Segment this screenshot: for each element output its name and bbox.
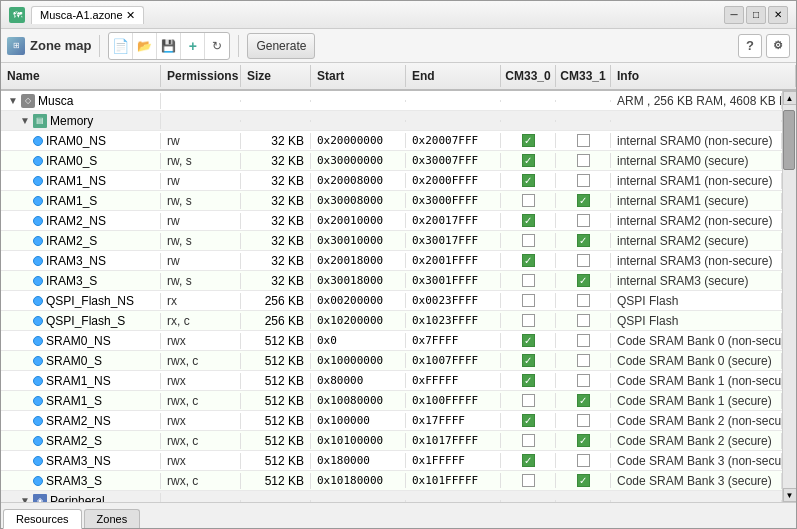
cm0-checkbox[interactable] (522, 434, 535, 447)
table-row[interactable]: IRAM1_S rw, s 32 KB 0x30008000 0x3000FFF… (1, 191, 782, 211)
row-cm0[interactable] (501, 353, 556, 368)
cm0-checkbox[interactable] (522, 274, 535, 287)
cm1-checkbox[interactable] (577, 334, 590, 347)
row-cm0[interactable] (501, 253, 556, 268)
help-button[interactable]: ? (738, 34, 762, 58)
table-row[interactable]: SRAM3_NS rwx 512 KB 0x180000 0x1FFFFF Co… (1, 451, 782, 471)
row-cm1[interactable] (556, 473, 611, 488)
cm1-checkbox[interactable] (577, 134, 590, 147)
cm0-checkbox[interactable] (522, 154, 535, 167)
row-cm0[interactable] (501, 433, 556, 448)
row-cm1[interactable] (556, 253, 611, 268)
minimize-button[interactable]: ─ (724, 6, 744, 24)
cm1-checkbox[interactable] (577, 194, 590, 207)
row-cm0[interactable] (501, 313, 556, 328)
row-cm1[interactable] (556, 153, 611, 168)
cm1-checkbox[interactable] (577, 274, 590, 287)
table-row[interactable]: SRAM0_NS rwx 512 KB 0x0 0x7FFFF Code SRA… (1, 331, 782, 351)
cm0-checkbox[interactable] (522, 374, 535, 387)
table-row[interactable]: SRAM1_NS rwx 512 KB 0x80000 0xFFFFF Code… (1, 371, 782, 391)
tab-resources[interactable]: Resources (3, 509, 82, 529)
toolbar-save-icon[interactable]: 💾 (157, 33, 181, 59)
row-cm1[interactable] (556, 313, 611, 328)
row-cm0[interactable] (501, 273, 556, 288)
table-row[interactable]: IRAM3_S rw, s 32 KB 0x30018000 0x3001FFF… (1, 271, 782, 291)
row-cm0[interactable] (501, 413, 556, 428)
settings-button[interactable]: ⚙ (766, 34, 790, 58)
row-cm1[interactable] (556, 333, 611, 348)
close-button[interactable]: ✕ (768, 6, 788, 24)
cm1-checkbox[interactable] (577, 434, 590, 447)
scroll-thumb[interactable] (783, 110, 795, 170)
row-cm0[interactable] (501, 153, 556, 168)
cm1-checkbox[interactable] (577, 234, 590, 247)
cm1-checkbox[interactable] (577, 394, 590, 407)
title-tab[interactable]: Musca-A1.azone ✕ (31, 6, 144, 24)
row-cm1[interactable] (556, 173, 611, 188)
row-cm0[interactable] (501, 393, 556, 408)
scroll-up-button[interactable]: ▲ (783, 91, 797, 105)
toolbar-refresh-icon[interactable]: ↻ (205, 33, 229, 59)
cm0-checkbox[interactable] (522, 354, 535, 367)
row-cm0[interactable] (501, 173, 556, 188)
row-cm0[interactable] (501, 133, 556, 148)
cm1-checkbox[interactable] (577, 314, 590, 327)
row-cm0[interactable] (501, 293, 556, 308)
cm1-checkbox[interactable] (577, 474, 590, 487)
table-row[interactable]: IRAM0_S rw, s 32 KB 0x30000000 0x30007FF… (1, 151, 782, 171)
cm1-checkbox[interactable] (577, 414, 590, 427)
cm0-checkbox[interactable] (522, 294, 535, 307)
cm1-checkbox[interactable] (577, 174, 590, 187)
cm0-checkbox[interactable] (522, 314, 535, 327)
cm0-checkbox[interactable] (522, 134, 535, 147)
toolbar-add-icon[interactable]: + (181, 33, 205, 59)
cm0-checkbox[interactable] (522, 234, 535, 247)
row-cm1[interactable] (556, 193, 611, 208)
row-cm1[interactable] (556, 393, 611, 408)
row-cm1[interactable] (556, 433, 611, 448)
table-row[interactable]: ▼ ◇ Musca ARM , 256 KB RAM, 4608 KB R (1, 91, 782, 111)
generate-button[interactable]: Generate (247, 33, 315, 59)
table-row[interactable]: SRAM2_S rwx, c 512 KB 0x10100000 0x1017F… (1, 431, 782, 451)
cm0-checkbox[interactable] (522, 174, 535, 187)
row-cm1[interactable] (556, 213, 611, 228)
cm1-checkbox[interactable] (577, 294, 590, 307)
toggle-musca[interactable]: ▼ (7, 95, 19, 107)
scrollbar[interactable]: ▲ ▼ (782, 91, 796, 502)
cm1-checkbox[interactable] (577, 374, 590, 387)
row-cm0[interactable] (501, 333, 556, 348)
row-cm1[interactable] (556, 373, 611, 388)
cm0-checkbox[interactable] (522, 474, 535, 487)
toolbar-new-icon[interactable]: 📄 (109, 33, 133, 59)
table-row[interactable]: SRAM1_S rwx, c 512 KB 0x10080000 0x100FF… (1, 391, 782, 411)
table-row[interactable]: QSPI_Flash_NS rx 256 KB 0x00200000 0x002… (1, 291, 782, 311)
table-row[interactable]: IRAM1_NS rw 32 KB 0x20008000 0x2000FFFF … (1, 171, 782, 191)
table-row[interactable]: SRAM3_S rwx, c 512 KB 0x10180000 0x101FF… (1, 471, 782, 491)
table-row[interactable]: IRAM0_NS rw 32 KB 0x20000000 0x20007FFF … (1, 131, 782, 151)
peripheral-group-row[interactable]: ▼ ◈ Peripheral (1, 491, 782, 502)
row-cm1[interactable] (556, 233, 611, 248)
cm1-checkbox[interactable] (577, 354, 590, 367)
row-cm1[interactable] (556, 293, 611, 308)
table-row[interactable]: SRAM2_NS rwx 512 KB 0x100000 0x17FFFF Co… (1, 411, 782, 431)
table-row[interactable]: IRAM3_NS rw 32 KB 0x20018000 0x2001FFFF … (1, 251, 782, 271)
cm0-checkbox[interactable] (522, 214, 535, 227)
row-cm0[interactable] (501, 373, 556, 388)
table-row[interactable]: QSPI_Flash_S rx, c 256 KB 0x10200000 0x1… (1, 311, 782, 331)
table-body[interactable]: ▼ ◇ Musca ARM , 256 KB RAM, 4608 KB R (1, 91, 782, 502)
cm1-checkbox[interactable] (577, 154, 590, 167)
toggle-memory[interactable]: ▼ (19, 115, 31, 127)
row-cm1[interactable] (556, 133, 611, 148)
cm1-checkbox[interactable] (577, 454, 590, 467)
cm1-checkbox[interactable] (577, 254, 590, 267)
row-cm0[interactable] (501, 473, 556, 488)
cm0-checkbox[interactable] (522, 254, 535, 267)
scroll-track[interactable] (783, 105, 796, 488)
row-cm1[interactable] (556, 413, 611, 428)
cm1-checkbox[interactable] (577, 214, 590, 227)
tab-zones[interactable]: Zones (84, 509, 141, 528)
row-cm0[interactable] (501, 453, 556, 468)
cm0-checkbox[interactable] (522, 414, 535, 427)
cm0-checkbox[interactable] (522, 394, 535, 407)
toolbar-open-icon[interactable]: 📂 (133, 33, 157, 59)
